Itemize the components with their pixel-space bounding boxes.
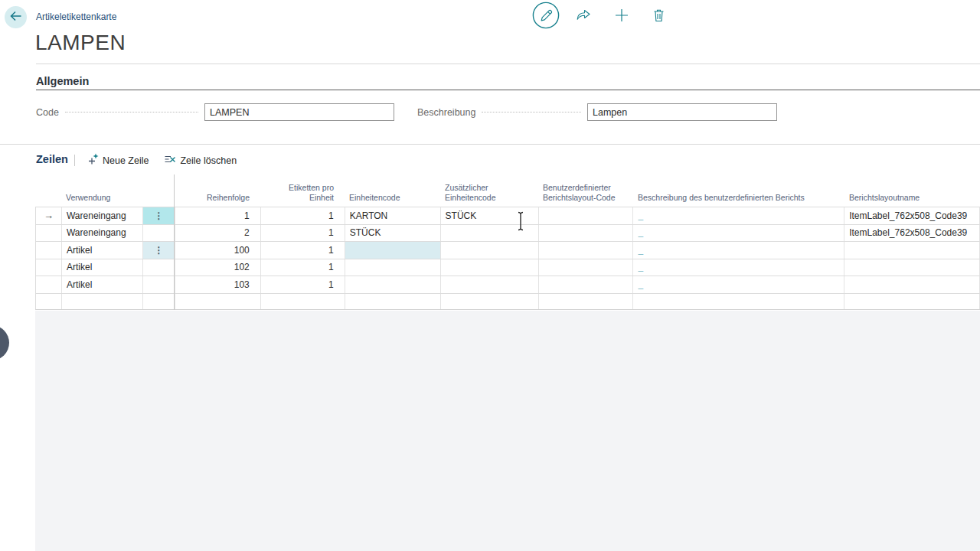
cell-zusatz[interactable]	[441, 242, 539, 259]
plus-icon	[615, 8, 629, 25]
cell-reihenfolge[interactable]: 103	[175, 276, 261, 293]
cell-etiketten[interactable]: 1	[261, 242, 345, 259]
col-header-reihenfolge[interactable]: Reihenfolge	[175, 193, 260, 203]
cell-layoutname[interactable]	[844, 259, 980, 276]
cell-beschreibung: _	[633, 207, 844, 224]
row-indicator: →	[36, 207, 62, 224]
cell-etiketten[interactable]: 1	[261, 207, 345, 224]
delete-line-button[interactable]: Zeile löschen	[164, 153, 237, 168]
row-indicator	[36, 259, 62, 276]
app-window: Artikeletikettenkarte LAMPEN Allgemein	[0, 0, 980, 551]
row-menu-button[interactable]	[143, 259, 175, 276]
cell-layoutname[interactable]	[844, 242, 980, 259]
cell-beschreibung[interactable]	[633, 294, 844, 310]
cell-verwendung[interactable]: Artikel	[62, 259, 143, 276]
col-header-beschreibung[interactable]: Beschreibung des benutzerdefinierten Ber…	[633, 193, 844, 203]
share-button[interactable]	[576, 10, 591, 24]
row-indicator	[36, 225, 62, 242]
cell-etiketten[interactable]: 1	[261, 225, 345, 242]
section-separator	[0, 144, 980, 145]
cell-benutzerdef[interactable]	[539, 242, 634, 259]
cell-einheitencode[interactable]	[345, 259, 441, 276]
row-menu-button[interactable]: ⋮	[143, 207, 175, 224]
cell-benutzerdef[interactable]	[539, 207, 634, 224]
delete-line-label: Zeile löschen	[180, 155, 237, 166]
cell-einheitencode[interactable]	[345, 276, 441, 293]
table-row-empty	[35, 293, 980, 311]
cell-verwendung[interactable]: Artikel	[62, 242, 143, 259]
cell-einheitencode[interactable]: STÜCK	[345, 225, 441, 242]
cell-verwendung[interactable]: Wareneingang	[62, 225, 143, 242]
section-underline	[36, 90, 980, 90]
table-row: Artikel 103 1 _	[35, 276, 980, 293]
cell-etiketten[interactable]: 1	[261, 276, 345, 293]
cell-benutzerdef[interactable]	[539, 294, 634, 310]
col-header-zusatz[interactable]: Zusätzlicher Einheitencode	[440, 183, 538, 203]
table-row: Wareneingang 2 1 STÜCK _ ItemLabel_762x5…	[35, 224, 980, 242]
back-button[interactable]	[5, 6, 27, 28]
table-row: → Wareneingang ⋮ 1 1 KARTON STÜCK _ Item…	[35, 207, 980, 224]
cell-zusatz[interactable]	[441, 276, 539, 293]
cell-einheitencode-focused[interactable]	[345, 242, 441, 259]
cell-layoutname[interactable]	[844, 294, 980, 310]
col-header-benutzerdef[interactable]: Benutzerdefinierter Berichtslayout-Code	[538, 183, 633, 203]
col-header-verwendung[interactable]: Verwendung	[61, 193, 142, 203]
cell-layoutname[interactable]: ItemLabel_762x508_Code39	[844, 225, 980, 242]
ellipsis-icon: ⋮	[154, 245, 163, 256]
col-header-layoutname[interactable]: Berichtslayoutname	[844, 193, 980, 203]
col-header-etiketten[interactable]: Etiketten pro Einheit	[260, 183, 345, 203]
ellipsis-icon: ⋮	[154, 210, 163, 221]
report-description-link[interactable]: _	[638, 279, 643, 290]
floating-action-button[interactable]	[0, 325, 9, 360]
cell-verwendung[interactable]: Wareneingang	[62, 207, 143, 224]
report-description-link[interactable]: _	[638, 245, 643, 256]
cell-einheitencode[interactable]	[345, 294, 441, 310]
dotted-leader	[482, 112, 581, 112]
cell-beschreibung: _	[633, 276, 844, 293]
report-description-link[interactable]: _	[638, 227, 643, 238]
section-title-zeilen: Zeilen	[36, 153, 68, 165]
section-title-allgemein[interactable]: Allgemein	[36, 75, 89, 87]
cell-reihenfolge[interactable]	[175, 294, 261, 310]
cell-reihenfolge[interactable]: 1	[175, 207, 261, 224]
cell-reihenfolge[interactable]: 102	[175, 259, 261, 276]
report-description-link[interactable]: _	[638, 210, 643, 221]
cell-reihenfolge[interactable]: 100	[175, 242, 261, 259]
cell-verwendung[interactable]: Artikel	[62, 276, 143, 293]
row-menu-button[interactable]	[143, 294, 175, 310]
edit-button[interactable]	[532, 3, 560, 31]
beschreibung-input[interactable]	[587, 103, 777, 121]
table-row: Artikel 102 1 _	[35, 259, 980, 276]
breadcrumb[interactable]: Artikeletikettenkarte	[36, 11, 116, 22]
cell-layoutname[interactable]: ItemLabel_762x508_Code39	[844, 207, 980, 224]
report-description-link[interactable]: _	[638, 262, 643, 272]
code-input[interactable]	[204, 103, 394, 121]
new-button[interactable]	[615, 10, 629, 24]
table-row: Artikel ⋮ 100 1 _	[35, 241, 980, 259]
cell-verwendung[interactable]	[62, 294, 143, 310]
row-menu-button[interactable]	[143, 276, 175, 293]
col-header-einheitencode[interactable]: Einheitencode	[345, 193, 440, 203]
cell-benutzerdef[interactable]	[539, 276, 634, 293]
cell-beschreibung: _	[633, 225, 844, 242]
delete-line-icon	[164, 153, 176, 168]
lines-action-bar: Neue Zeile Zeile löschen	[87, 153, 237, 168]
delete-button[interactable]	[652, 9, 666, 24]
cell-benutzerdef[interactable]	[539, 259, 634, 276]
cell-layoutname[interactable]	[844, 276, 980, 293]
code-label: Code	[36, 107, 59, 118]
cell-beschreibung: _	[633, 259, 844, 276]
cell-etiketten[interactable]: 1	[261, 259, 345, 276]
code-field-group: Code	[36, 103, 394, 121]
new-line-button[interactable]: Neue Zeile	[87, 153, 149, 168]
cell-zusatz[interactable]	[441, 259, 539, 276]
grid-header-row: Verwendung Reihenfolge Etiketten pro Ein…	[35, 182, 980, 207]
cell-einheitencode[interactable]: KARTON	[345, 207, 441, 224]
cell-reihenfolge[interactable]: 2	[175, 225, 261, 242]
row-menu-button[interactable]	[143, 225, 175, 242]
row-menu-button[interactable]: ⋮	[143, 242, 175, 259]
cell-etiketten[interactable]	[261, 294, 345, 310]
share-icon	[576, 8, 591, 25]
cell-zusatz[interactable]	[441, 294, 539, 310]
cell-benutzerdef[interactable]	[539, 225, 634, 242]
